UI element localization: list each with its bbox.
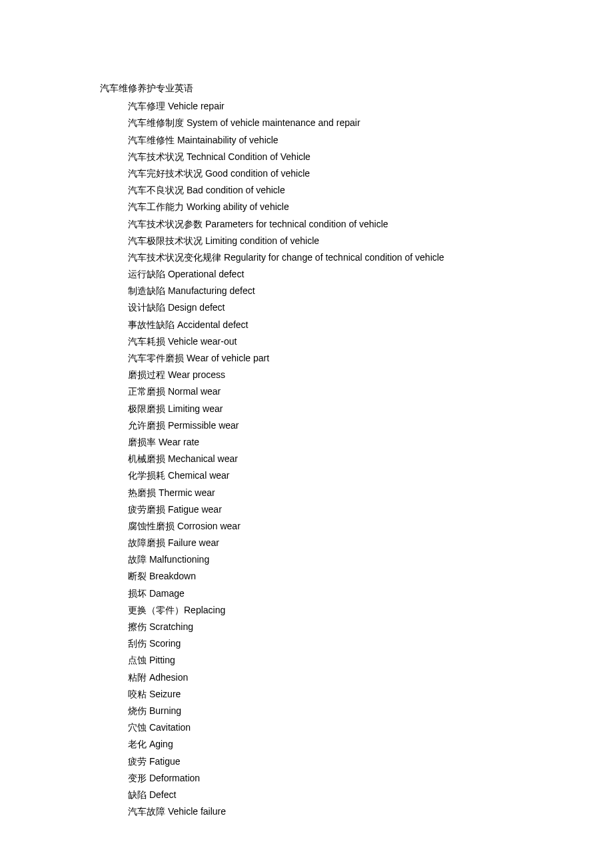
- page-title: 汽车维修养护专业英语: [100, 80, 513, 97]
- vocabulary-entry: 汽车技术状况参数 Parameters for technical condit…: [100, 216, 513, 233]
- vocabulary-entry: 点蚀 Pitting: [100, 652, 513, 669]
- vocabulary-entry: 变形 Deformation: [100, 770, 513, 787]
- vocabulary-entry: 汽车零件磨损 Wear of vehicle part: [100, 350, 513, 367]
- vocabulary-entry: 允许磨损 Permissible wear: [100, 417, 513, 434]
- vocabulary-entry: 损坏 Damage: [100, 585, 513, 602]
- vocabulary-entry: 磨损过程 Wear process: [100, 367, 513, 383]
- vocabulary-entry: 刮伤 Scoring: [100, 635, 513, 652]
- vocabulary-entry: 疲劳 Fatigue: [100, 753, 513, 770]
- vocabulary-entry: 汽车不良状况 Bad condition of vehicle: [100, 182, 513, 199]
- vocabulary-entry: 汽车工作能力 Working ability of vehicle: [100, 199, 513, 215]
- vocabulary-entry: 汽车维修性 Maintainability of vehicle: [100, 132, 513, 149]
- vocabulary-entry: 汽车技术状况 Technical Condition of Vehicle: [100, 149, 513, 165]
- vocabulary-entry: 汽车故障 Vehicle failure: [100, 803, 513, 820]
- vocabulary-entry: 制造缺陷 Manufacturing defect: [100, 283, 513, 299]
- vocabulary-entry: 正常磨损 Normal wear: [100, 383, 513, 400]
- vocabulary-entry: 极限磨损 Limiting wear: [100, 401, 513, 417]
- vocabulary-entry: 腐蚀性磨损 Corrosion wear: [100, 518, 513, 535]
- vocabulary-entry: 汽车修理 Vehicle repair: [100, 98, 513, 115]
- vocabulary-entry: 穴蚀 Cavitation: [100, 719, 513, 736]
- vocabulary-entry: 咬粘 Seizure: [100, 686, 513, 703]
- vocabulary-entry: 擦伤 Scratching: [100, 619, 513, 635]
- vocabulary-entry: 化学损耗 Chemical wear: [100, 467, 513, 484]
- vocabulary-entry: 汽车极限技术状况 Limiting condition of vehicle: [100, 233, 513, 249]
- vocabulary-entry: 老化 Aging: [100, 736, 513, 753]
- vocabulary-list: 汽车修理 Vehicle repair汽车维修制度 System of vehi…: [100, 98, 513, 820]
- vocabulary-entry: 故障磨损 Failure wear: [100, 535, 513, 551]
- vocabulary-entry: 汽车完好技术状况 Good condition of vehicle: [100, 165, 513, 182]
- vocabulary-entry: 断裂 Breakdown: [100, 568, 513, 585]
- vocabulary-entry: 事故性缺陷 Accidental defect: [100, 317, 513, 333]
- vocabulary-entry: 汽车维修制度 System of vehicle maintenance and…: [100, 115, 513, 131]
- vocabulary-entry: 汽车技术状况变化规律 Regularity for change of tech…: [100, 249, 513, 266]
- vocabulary-entry: 汽车耗损 Vehicle wear-out: [100, 333, 513, 350]
- vocabulary-entry: 烧伤 Burning: [100, 703, 513, 719]
- vocabulary-entry: 运行缺陷 Operational defect: [100, 266, 513, 283]
- vocabulary-entry: 设计缺陷 Design defect: [100, 299, 513, 316]
- vocabulary-entry: 疲劳磨损 Fatigue wear: [100, 501, 513, 518]
- vocabulary-entry: 故障 Malfunctioning: [100, 551, 513, 568]
- vocabulary-entry: 更换（零件）Replacing: [100, 602, 513, 619]
- vocabulary-entry: 缺陷 Defect: [100, 787, 513, 803]
- vocabulary-entry: 机械磨损 Mechanical wear: [100, 451, 513, 467]
- document-page: 汽车维修养护专业英语 汽车修理 Vehicle repair汽车维修制度 Sys…: [0, 0, 613, 868]
- vocabulary-entry: 热磨损 Thermic wear: [100, 485, 513, 501]
- vocabulary-entry: 粘附 Adhesion: [100, 669, 513, 686]
- vocabulary-entry: 磨损率 Wear rate: [100, 434, 513, 451]
